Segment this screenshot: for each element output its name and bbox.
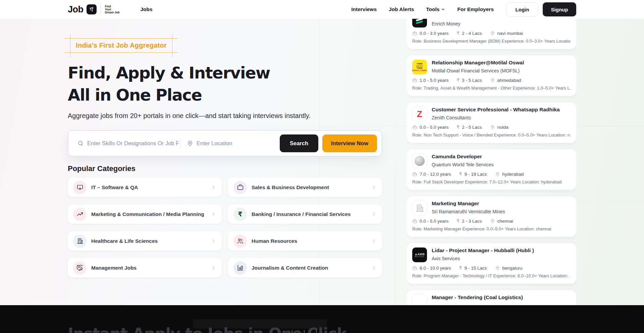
rupee-icon: ₹ <box>457 31 460 36</box>
experience-field: 1.0 - 5.0 years <box>412 78 448 83</box>
job-company: Sri Ramamaruthi Vermiculite Mines <box>432 209 505 214</box>
footer-section: Instant Apply to Jobs in One Click <box>0 305 644 333</box>
experience-field: 7.0 - 12.0 years <box>412 172 451 177</box>
briefcase-icon <box>412 219 417 224</box>
rupee-icon: ₹ <box>457 218 460 224</box>
category-card[interactable]: Management Jobs <box>68 258 222 277</box>
location-pin-icon <box>495 266 500 271</box>
category-label: Journalism & Content Creation <box>252 265 328 271</box>
job-card[interactable]: Camunda Developer Quantum World Tele Ser… <box>407 149 576 190</box>
location-field: ahmedabad <box>490 78 521 83</box>
location-field: hyderabad <box>495 172 524 177</box>
briefcase-icon <box>233 181 247 194</box>
category-label: Management Jobs <box>91 265 137 271</box>
company-logo: THINKEQUITYTHINKMOTILAL OSWAL <box>412 60 427 74</box>
job-role-summary: Role: Business Development Manager (BDM)… <box>412 39 571 44</box>
company-logo: Z <box>412 107 427 121</box>
chevron-right-icon <box>371 265 377 271</box>
job-list: Business Development Manager (BDM) Enric… <box>407 8 576 305</box>
category-label: Marketing & Communication / Media Planni… <box>91 211 204 217</box>
grid-line <box>395 19 395 305</box>
category-card[interactable]: IT – Software & QA <box>68 178 222 197</box>
location-pin-icon <box>187 140 193 147</box>
company-logo: ▲AXISServices <box>412 247 427 262</box>
category-card[interactable]: Healthcare & Life Sciences <box>68 231 222 251</box>
bar-chart-icon <box>233 261 247 275</box>
category-card[interactable]: Sales & Business Development <box>228 178 382 197</box>
briefcase-icon <box>412 266 417 271</box>
category-card[interactable]: ₹ Banking / Insurance / Financial Servic… <box>228 205 382 224</box>
category-label: IT – Software & QA <box>91 184 138 190</box>
chevron-right-icon <box>371 184 377 190</box>
job-company: Motilal Oswal Financial Services (MOFSL) <box>432 68 524 73</box>
job-card[interactable]: THINKEQUITYTHINKMOTILAL OSWAL Relationsh… <box>407 55 576 96</box>
screen-cast-icon <box>73 181 87 194</box>
job-role-summary: Role: Full Stack Developer Experience: 7… <box>412 179 571 184</box>
job-title: Customer Service Professional - Whatsapp… <box>432 107 560 113</box>
job-title: Marketing Manager <box>432 201 505 207</box>
users-icon <box>233 234 247 248</box>
job-company: Quantum World Tele Services <box>432 162 494 167</box>
nav-item-interviews[interactable]: Interviews <box>351 6 377 12</box>
brand-tagline: Find Your Dream Job <box>105 5 120 14</box>
salary-field: ₹ 9 - 15 Lacs <box>459 265 487 271</box>
job-title: Camunda Developer <box>432 154 494 160</box>
company-logo <box>412 294 427 305</box>
rupee-icon: ₹ <box>457 124 460 130</box>
job-card[interactable]: ▲AXISServices Lidar - Project Manager - … <box>407 243 576 284</box>
job-role-summary: Role: Program Manager - Technology / IT … <box>412 273 571 278</box>
nav-left: Jobs <box>140 6 152 12</box>
briefcase-icon <box>412 172 417 177</box>
rupee-icon: ₹ <box>233 208 247 221</box>
job-card[interactable]: Manager - Tendering (Coal Logistics) ₹ <box>407 290 576 305</box>
job-company: Enrich Money <box>432 21 529 26</box>
location-input[interactable] <box>197 140 264 147</box>
location-pin-icon <box>490 219 495 224</box>
footer-heading: Instant Apply to Jobs in One Click <box>68 325 347 333</box>
nav-item-job-alerts[interactable]: Job Alerts <box>389 6 414 12</box>
login-button[interactable]: Login <box>506 2 538 16</box>
experience-field: 0.0 - 5.0 years <box>412 125 448 130</box>
brand-logo[interactable]: Job Find Your Dream Job <box>68 4 119 15</box>
briefcase-icon <box>412 78 417 83</box>
divider <box>180 138 180 148</box>
location-pin-icon <box>490 31 495 36</box>
job-title: Lidar - Project Manager - Hubballi (Hubl… <box>432 247 534 254</box>
chevron-right-icon <box>371 238 377 244</box>
company-logo <box>412 154 427 168</box>
rupee-icon: ₹ <box>457 77 460 83</box>
category-card[interactable]: Human Resources <box>228 231 382 251</box>
company-logo <box>412 201 427 215</box>
divider <box>101 5 101 14</box>
job-card[interactable]: Z Customer Service Professional - Whatsa… <box>407 102 576 143</box>
job-role-summary: Role: Non Tech Support - Voice / Blended… <box>412 132 571 137</box>
job-card[interactable]: Marketing Manager Sri Ramamaruthi Vermic… <box>407 196 576 237</box>
nav-item-jobs[interactable]: Jobs <box>140 6 152 12</box>
category-grid: IT – Software & QA Sales & Business Deve… <box>68 178 382 277</box>
experience-field: 0.0 - 3.0 years <box>412 31 448 36</box>
popular-categories-heading: Popular Categories <box>68 164 136 173</box>
interview-now-button[interactable]: Interview Now <box>322 134 377 152</box>
category-label: Healthcare & Life Sciences <box>91 238 158 244</box>
handshake-icon <box>73 261 87 275</box>
skills-input[interactable] <box>87 140 178 147</box>
search-button[interactable]: Search <box>280 134 318 152</box>
category-card[interactable]: Marketing & Communication / Media Planni… <box>68 205 222 224</box>
nav-item-tools[interactable]: Tools <box>426 6 445 12</box>
experience-field: 8.0 - 10.0 years <box>412 266 451 271</box>
location-field: bengaluru <box>495 266 523 271</box>
chevron-right-icon <box>211 238 216 244</box>
category-card[interactable]: Journalism & Content Creation <box>228 258 382 277</box>
search-bar: Search Interview Now <box>68 130 382 156</box>
signup-button[interactable]: Signup <box>543 2 576 16</box>
category-label: Sales & Business Development <box>252 184 329 190</box>
job-role-summary: Role: Marketing Manager Experience: 0.0–… <box>412 226 571 231</box>
header-buttons: Login Signup <box>506 2 576 16</box>
location-field: chennai <box>490 219 513 224</box>
chevron-right-icon <box>211 184 216 190</box>
chevron-right-icon <box>371 211 377 217</box>
chevron-down-icon <box>441 7 445 11</box>
brand-glyph-icon <box>87 4 97 14</box>
nav-item-for-employers[interactable]: For Employers <box>457 6 494 12</box>
nav-right: Interviews Job Alerts Tools For Employer… <box>351 6 494 12</box>
